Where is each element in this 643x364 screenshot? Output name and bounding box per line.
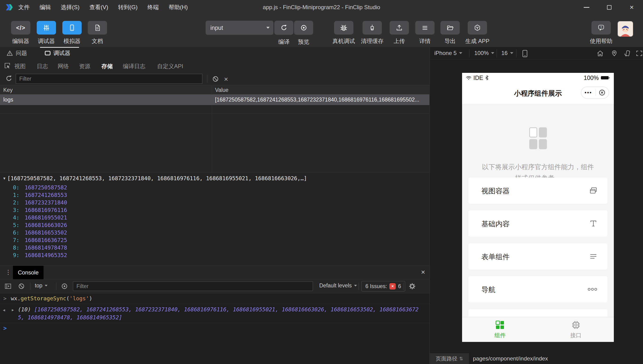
menu-selection[interactable]: 选择(S) [61, 4, 80, 11]
array-summary-row[interactable]: ▼ [1687250587582, 1687241268553, 1687232… [3, 175, 307, 182]
live-expression-icon[interactable] [61, 282, 68, 290]
console-result-line[interactable]: ◀ ▶ (10) [1687250587582, 1687241268553, … [0, 306, 429, 323]
subtab-view[interactable]: 视图 [14, 62, 26, 70]
scan-fullscreen-icon[interactable] [636, 50, 643, 57]
details-button[interactable]: 详情 [411, 21, 439, 45]
menu-terminal[interactable]: 终端 [147, 4, 159, 11]
page-path-bar: 页面路径 pages/component/index/index [430, 353, 643, 364]
context-selector[interactable]: top [35, 282, 48, 289]
swap-arrows-icon[interactable] [459, 356, 463, 361]
finclip-logo-icon [5, 3, 13, 12]
remote-debug-button[interactable]: 真机调试 [330, 21, 358, 45]
kebab-menu-icon[interactable]: ⋮ [5, 268, 11, 276]
card-navigation[interactable]: 导航 [469, 276, 607, 302]
list-lines-icon [415, 21, 435, 34]
debugger-mode-button[interactable]: 调试器 [33, 21, 59, 45]
menu-edit[interactable]: 编辑 [40, 4, 51, 11]
compile-button[interactable] [274, 21, 293, 35]
home-icon[interactable] [597, 50, 604, 57]
clear-console-icon[interactable] [18, 282, 25, 290]
tab-components[interactable]: 组件 [462, 317, 538, 342]
console-prompt-line[interactable]: > [0, 323, 429, 334]
item-value: 1686816636725 [25, 236, 67, 244]
tab-debugger[interactable]: 调试器 [45, 47, 70, 59]
tab-console[interactable]: Console [13, 266, 44, 279]
console-command: wx.getStorageSync('logs') [11, 296, 92, 302]
storage-filter-input[interactable] [16, 74, 202, 84]
console-input-line[interactable]: > wx.getStorageSync('logs') [0, 293, 429, 304]
tab-api-label: 接口 [570, 332, 582, 339]
subtab-resources[interactable]: 资源 [79, 62, 90, 70]
compile-target-select[interactable]: input [206, 21, 273, 35]
delete-selected-icon[interactable]: × [224, 75, 228, 83]
help-button[interactable]: ? 使用帮助 [587, 21, 615, 45]
inspect-element-icon[interactable] [4, 62, 11, 69]
font-size-select[interactable]: 16 [501, 50, 513, 56]
subtab-network[interactable]: 网络 [58, 62, 69, 70]
collapse-triangle-icon[interactable]: ▼ [3, 176, 6, 180]
console-filter-input[interactable] [73, 282, 313, 291]
menu-view[interactable]: 查看(V) [89, 4, 108, 11]
card-label: 表单组件 [481, 252, 510, 262]
simulator-mode-button[interactable]: 模拟器 [59, 21, 85, 45]
clear-all-icon[interactable] [212, 75, 219, 83]
array-item: 8:1686814978478 [0, 244, 67, 252]
svg-text:?: ? [600, 26, 602, 29]
device-frame-icon[interactable] [522, 50, 528, 57]
generate-app-button[interactable]: 生成 APP [463, 21, 492, 45]
item-value: 1686816976116 [25, 206, 67, 214]
upload-button[interactable]: 上传 [385, 21, 413, 45]
settings-gear-icon[interactable] [408, 282, 416, 290]
log-levels-select[interactable]: Default levels [319, 282, 357, 289]
item-value: 1687250587582 [25, 184, 67, 191]
device-select[interactable]: iPhone 5 [434, 50, 462, 56]
close-circle-icon[interactable] [599, 89, 605, 96]
menu-goto[interactable]: 转到(G) [118, 4, 138, 11]
tab-problems[interactable]: 问题 [7, 47, 27, 59]
minimize-button[interactable] [575, 0, 598, 14]
maximize-button[interactable] [598, 0, 620, 14]
page-path-input[interactable]: pages/component/index/index [469, 353, 643, 364]
issues-counter[interactable]: 6 Issues: × 6 [361, 281, 405, 292]
card-form-components[interactable]: 表单组件 [469, 243, 607, 270]
export-button[interactable]: 导出 [436, 21, 464, 45]
item-index: 9: [13, 252, 25, 259]
phone-status-bar: IDE 100% [462, 73, 614, 83]
zoom-select[interactable]: 100% [474, 50, 494, 56]
subtab-log[interactable]: 日志 [37, 62, 48, 70]
generate-app-label: 生成 APP [465, 37, 490, 45]
subtab-custom-api[interactable]: 自定义API [157, 62, 183, 70]
upload-icon [390, 21, 409, 34]
menu-help[interactable]: 帮助(H) [169, 4, 188, 11]
array-item: 0:1687250587582 [0, 184, 67, 191]
console-close-icon[interactable]: × [421, 268, 425, 276]
tab-api[interactable]: 接口 [538, 317, 614, 342]
phone-body: 以下将展示小程序官方组件能力，组件 样式仅供参考。 视图容器 基础内容 [462, 104, 614, 342]
refresh-icon[interactable] [5, 75, 13, 82]
subtab-storage[interactable]: 存储 [101, 62, 113, 70]
page-path-label: 页面路径 [436, 355, 457, 362]
device-value: iPhone 5 [434, 50, 457, 56]
array-item: 1:1687241268553 [0, 191, 67, 199]
rotate-device-icon[interactable] [624, 50, 631, 57]
avatar[interactable] [617, 21, 633, 37]
preview-button[interactable] [294, 21, 313, 35]
array-item: 7:1686816636725 [0, 236, 67, 244]
card-basic-content[interactable]: 基础内容 [469, 210, 607, 237]
card-view-container[interactable]: 视图容器 [469, 178, 607, 204]
more-menu-icon[interactable]: ••• [585, 90, 592, 96]
docs-mode-button[interactable]: 文档 [84, 21, 110, 45]
menu-file[interactable]: 文件 [18, 4, 30, 11]
code-icon: </> [11, 21, 30, 34]
phone-screen: IDE 100% 小程序组件展示 ••• [462, 73, 614, 342]
array-item: 6:1686816653502 [0, 229, 67, 236]
details-label: 详情 [419, 37, 431, 45]
table-row-logs[interactable]: logs [1687250587582,1687241268553,168723… [0, 94, 429, 105]
editor-mode-button[interactable]: </> 编辑器 [8, 21, 34, 45]
console-sidebar-icon[interactable] [4, 282, 12, 290]
clear-cache-button[interactable]: 清理缓存 [358, 21, 386, 45]
close-button[interactable]: × [620, 0, 643, 14]
subtab-compile-log[interactable]: 编译日志 [123, 62, 145, 70]
expand-triangle-icon[interactable]: ▶ [12, 308, 14, 312]
location-pin-icon[interactable] [611, 50, 618, 57]
